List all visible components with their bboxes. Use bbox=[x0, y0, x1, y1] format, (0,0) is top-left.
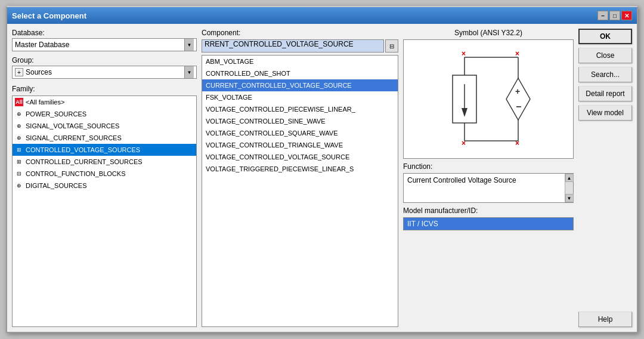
group-label: Group: bbox=[12, 56, 197, 64]
symbol-svg: × × + − × × bbox=[429, 45, 548, 153]
help-button[interactable]: Help bbox=[578, 312, 632, 327]
minimize-button[interactable]: – bbox=[597, 11, 608, 20]
component-item-vcvs[interactable]: VOLTAGE_CONTROLLED_VOLTAGE_SOURCE bbox=[202, 151, 398, 163]
family-item-signal-v-label: SIGNAL_VOLTAGE_SOURCES bbox=[26, 122, 119, 130]
svg-text:+: + bbox=[515, 87, 520, 96]
function-label: Function: bbox=[403, 162, 574, 171]
component-item-controlled-one-shot[interactable]: CONTROLLED_ONE_SHOT bbox=[202, 67, 398, 79]
family-item-digital[interactable]: ⊕ DIGITAL_SOURCES bbox=[13, 180, 196, 192]
signal-c-icon: ⊕ bbox=[15, 134, 23, 142]
ctrl-c-icon: ⊞ bbox=[15, 158, 23, 166]
group-section: Group: + Sources ▼ bbox=[12, 56, 197, 79]
group-dropdown-arrow[interactable]: ▼ bbox=[184, 66, 194, 78]
ctrl-fn-icon: ⊟ bbox=[15, 170, 23, 178]
component-item-fsk[interactable]: FSK_VOLTAGE bbox=[202, 91, 398, 103]
model-value: IIT / ICVS bbox=[407, 220, 438, 228]
family-item-power[interactable]: ⊕ POWER_SOURCES bbox=[13, 108, 196, 120]
component-item-vcsquare[interactable]: VOLTAGE_CONTROLLED_SQUARE_WAVE bbox=[202, 127, 398, 139]
family-item-ctrl-c[interactable]: ⊞ CONTROLLED_CURRENT_SOURCES bbox=[13, 156, 196, 168]
right-panel: Symbol (ANSI Y32.2) × bbox=[403, 29, 574, 327]
function-value: Current Controlled Voltage Source bbox=[407, 176, 516, 184]
component-list: ABM_VOLTAGE CONTROLLED_ONE_SHOT CURRENT_… bbox=[202, 55, 398, 327]
group-value: Sources bbox=[26, 68, 182, 76]
model-label: Model manufacturer/ID: bbox=[403, 207, 574, 215]
component-item-vctriangle[interactable]: VOLTAGE_CONTROLLED_TRIANGLE_WAVE bbox=[202, 139, 398, 151]
window-controls: – □ ✕ bbox=[597, 11, 632, 20]
symbol-section: Symbol (ANSI Y32.2) × bbox=[403, 29, 574, 159]
component-search-row: RRENT_CONTROLLED_VOLTAGE_SOURCE ⊟ bbox=[202, 39, 398, 53]
scrollbar-up[interactable]: ▲ bbox=[565, 174, 574, 182]
family-item-ctrl-fn-label: CONTROL_FUNCTION_BLOCKS bbox=[26, 170, 125, 177]
power-icon: ⊕ bbox=[15, 110, 23, 118]
svg-marker-7 bbox=[506, 78, 530, 120]
symbol-box: × × + − × × bbox=[403, 39, 574, 159]
function-box: Current Controlled Voltage Source ▲ ▼ bbox=[403, 173, 574, 203]
component-filter-button[interactable]: ⊟ bbox=[385, 39, 398, 53]
digital-icon: ⊕ bbox=[15, 181, 23, 190]
close-button[interactable]: ✕ bbox=[621, 11, 632, 20]
database-dropdown-arrow[interactable]: ▼ bbox=[184, 39, 194, 51]
svg-text:×: × bbox=[462, 50, 466, 58]
svg-text:×: × bbox=[462, 139, 466, 147]
maximize-button[interactable]: □ bbox=[609, 11, 620, 20]
family-item-ctrl-v-label: CONTROLLED_VOLTAGE_SOURCES bbox=[26, 146, 140, 153]
component-search-input[interactable]: RRENT_CONTROLLED_VOLTAGE_SOURCE bbox=[202, 39, 384, 53]
function-section: Function: Current Controlled Voltage Sou… bbox=[403, 162, 574, 203]
group-expand-button[interactable]: + bbox=[15, 68, 23, 76]
component-label: Component: bbox=[202, 29, 398, 37]
close-dialog-button[interactable]: Close bbox=[578, 48, 632, 63]
family-item-all-label: <All families> bbox=[26, 98, 64, 106]
all-icon: All bbox=[15, 98, 23, 106]
family-item-signal-v[interactable]: ⊕ SIGNAL_VOLTAGE_SOURCES bbox=[13, 120, 196, 132]
title-bar: Select a Component – □ ✕ bbox=[7, 7, 637, 24]
content-area: Database: Master Database ▼ Group: + Sou… bbox=[7, 24, 637, 332]
symbol-label: Symbol (ANSI Y32.2) bbox=[403, 29, 574, 37]
component-item-vcsine[interactable]: VOLTAGE_CONTROLLED_SINE_WAVE bbox=[202, 115, 398, 127]
family-list: All <All families> ⊕ POWER_SOURCES ⊕ SIG… bbox=[12, 95, 197, 327]
detail-report-button[interactable]: Detail report bbox=[578, 86, 632, 101]
family-item-ctrl-v[interactable]: ⊞ CONTROLLED_VOLTAGE_SOURCES bbox=[13, 144, 196, 156]
database-dropdown[interactable]: Master Database ▼ bbox=[12, 38, 197, 51]
function-scrollbar[interactable]: ▲ ▼ bbox=[565, 174, 573, 202]
database-value: Master Database bbox=[15, 41, 184, 49]
buttons-panel: OK Close Search... Detail report View mo… bbox=[578, 29, 632, 327]
ok-button[interactable]: OK bbox=[578, 29, 632, 44]
middle-panel: Component: RRENT_CONTROLLED_VOLTAGE_SOUR… bbox=[202, 29, 398, 327]
family-item-digital-label: DIGITAL_SOURCES bbox=[26, 182, 87, 189]
ctrl-v-icon: ⊞ bbox=[15, 146, 23, 154]
component-item-ccvs[interactable]: CURRENT_CONTROLLED_VOLTAGE_SOURCE bbox=[202, 79, 398, 91]
view-model-button[interactable]: View model bbox=[578, 105, 632, 121]
window-title: Select a Component bbox=[12, 11, 86, 20]
search-button[interactable]: Search... bbox=[578, 67, 632, 82]
signal-v-icon: ⊕ bbox=[15, 122, 23, 130]
scrollbar-down[interactable]: ▼ bbox=[565, 194, 574, 202]
family-item-signal-c-label: SIGNAL_CURRENT_SOURCES bbox=[26, 134, 122, 141]
family-item-ctrl-c-label: CONTROLLED_CURRENT_SOURCES bbox=[26, 158, 143, 165]
svg-text:−: − bbox=[516, 101, 521, 112]
model-section: Model manufacturer/ID: IIT / ICVS bbox=[403, 207, 574, 327]
group-row: + Sources ▼ bbox=[12, 66, 197, 79]
family-label: Family: bbox=[12, 85, 197, 93]
family-item-power-label: POWER_SOURCES bbox=[26, 110, 86, 118]
database-label: Database: bbox=[12, 29, 197, 37]
family-item-signal-c[interactable]: ⊕ SIGNAL_CURRENT_SOURCES bbox=[13, 132, 196, 144]
left-panel: Database: Master Database ▼ Group: + Sou… bbox=[12, 29, 197, 327]
component-item-vtpwl[interactable]: VOLTAGE_TRIGGERED_PIECEWISE_LINEAR_S bbox=[202, 163, 398, 175]
component-item-vcpwl[interactable]: VOLTAGE_CONTROLLED_PIECEWISE_LINEAR_ bbox=[202, 103, 398, 115]
svg-text:×: × bbox=[515, 139, 519, 147]
main-window: Select a Component – □ ✕ Database: Maste… bbox=[6, 6, 638, 333]
family-item-ctrl-fn[interactable]: ⊟ CONTROL_FUNCTION_BLOCKS bbox=[13, 168, 196, 180]
svg-text:×: × bbox=[515, 50, 519, 58]
database-section: Database: Master Database ▼ bbox=[12, 29, 197, 51]
component-item-abm[interactable]: ABM_VOLTAGE bbox=[202, 56, 398, 67]
model-box: IIT / ICVS bbox=[403, 217, 574, 230]
family-item-all[interactable]: All <All families> bbox=[13, 96, 196, 108]
